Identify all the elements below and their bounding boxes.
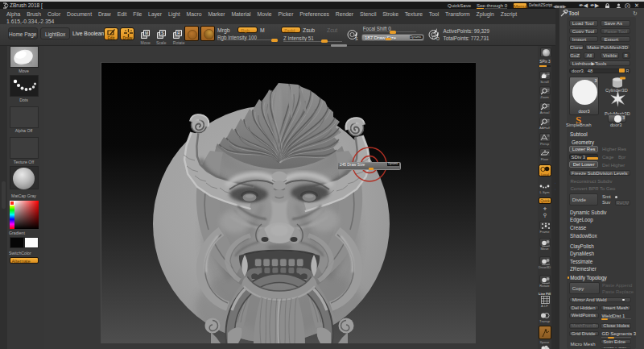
svg-text:S: S: [355, 36, 358, 41]
svg-text:R: R: [177, 31, 180, 35]
svg-text:M: M: [145, 31, 148, 35]
svg-text:c: c: [626, 4, 629, 8]
